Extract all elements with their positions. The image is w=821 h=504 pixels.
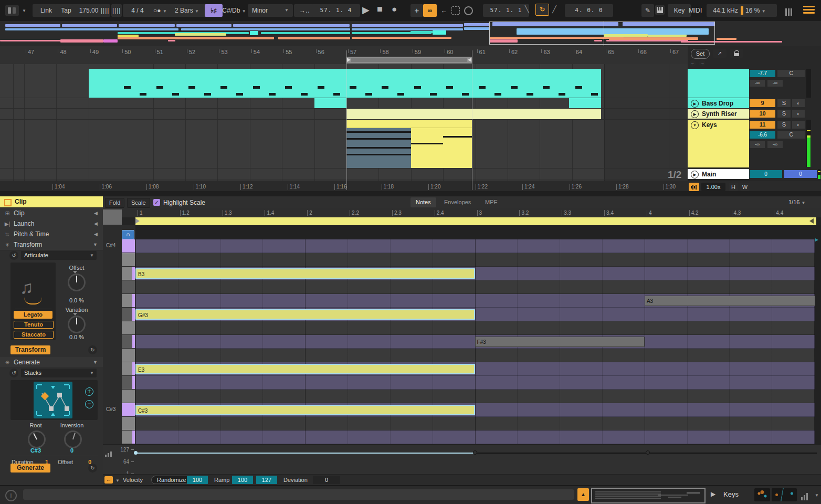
stop-button[interactable]: ■ [377, 4, 383, 15]
arrangement-overview[interactable] [0, 21, 821, 47]
section-clip[interactable]: ⊞Clip◀ [0, 208, 103, 219]
beat-number[interactable]: 1.2 [180, 210, 190, 216]
piano-key-B2[interactable] [122, 430, 135, 444]
clip-view-toggle-button[interactable]: ▲ [577, 488, 589, 501]
marker-prev-button[interactable]: ← [689, 60, 696, 67]
note-row-C3[interactable] [135, 417, 815, 430]
bar-number[interactable]: 67 [670, 49, 679, 53]
session-overdub-button[interactable]: ∞ [423, 4, 437, 17]
midi-note-G#3[interactable]: G#3 [135, 309, 475, 320]
piano-key-A3[interactable] [122, 294, 135, 307]
velocity-start-dot[interactable] [134, 451, 138, 455]
loop-end-handle[interactable] [809, 218, 814, 224]
punch-out-button[interactable]: ╱ [552, 5, 556, 13]
beat-number[interactable]: 1.3 [223, 210, 232, 216]
solo-button[interactable]: S [777, 121, 791, 129]
device-thumbnail[interactable] [754, 488, 770, 501]
section-generate[interactable]: ✳Generate▼ [0, 357, 103, 368]
draw-pencil-button[interactable]: ✎ [641, 4, 654, 17]
preview-play-button[interactable]: ▶ [711, 490, 715, 498]
beat-number[interactable]: 4 [647, 210, 652, 216]
velocity-lane-icon[interactable] [105, 447, 113, 457]
bar-number[interactable]: 64 [574, 49, 582, 53]
window-caret-icon[interactable]: ▼ [22, 8, 26, 13]
solo-button[interactable]: S [777, 110, 791, 118]
piano-key-C4[interactable] [122, 253, 135, 266]
transform-mode-menu[interactable]: Articulate▼ [21, 251, 97, 260]
marker-next-button[interactable]: → [699, 60, 706, 67]
info-icon[interactable]: i [5, 490, 17, 501]
arrangement-clip[interactable] [569, 98, 601, 108]
bar-number[interactable]: 61 [477, 49, 486, 53]
midi-indicator[interactable]: MIDI [689, 7, 702, 14]
randomize-button[interactable]: Randomize [151, 476, 192, 484]
device-thumbnail[interactable] [772, 488, 797, 501]
transform-apply-button[interactable]: Transform [10, 345, 50, 354]
set-button[interactable]: Set [691, 49, 710, 59]
note-grid[interactable]: B3G#3E3C#3F#3A3 [135, 239, 815, 444]
midi-note-B3[interactable]: B3 [135, 268, 475, 279]
generate-reapply-button[interactable]: ↻ [88, 464, 97, 472]
offset-knob[interactable] [68, 274, 86, 291]
bar-number[interactable]: 63 [541, 49, 550, 53]
midi-note-C#3[interactable]: C#3 [135, 405, 475, 415]
lane-caret-icon[interactable]: ▼ [115, 478, 120, 483]
piano-keys-column[interactable] [122, 239, 135, 444]
section-transform[interactable]: ✳Transform▼ [0, 239, 103, 250]
section-launch[interactable]: ▶|Launch◀ [0, 218, 103, 229]
piano-key-C#4[interactable] [122, 239, 135, 253]
grid-value-menu[interactable]: 1/16 ▼ [788, 199, 805, 205]
piano-key-B3[interactable] [122, 267, 135, 280]
pan-field[interactable]: C [777, 131, 805, 139]
punch-in-button[interactable]: ╲ [525, 5, 529, 13]
ramp-from-field[interactable]: 100 [232, 476, 253, 484]
clip-loop-region[interactable] [135, 217, 816, 225]
track-header-keys[interactable]: ▼Keys [688, 120, 749, 168]
loop-start-display[interactable]: 57. 1. 1 [483, 4, 529, 17]
tenuto-button[interactable]: Tenuto [14, 321, 54, 329]
send-a-field[interactable]: -∞ [750, 80, 765, 87]
pan-field[interactable]: C [777, 70, 805, 77]
bar-number[interactable]: 51 [155, 49, 163, 53]
bar-number[interactable]: 49 [90, 49, 99, 53]
bar-number[interactable]: 52 [187, 49, 195, 53]
loop-length-display[interactable]: 4. 0. 0 [565, 4, 613, 17]
height-zoom-button[interactable]: H [729, 183, 738, 191]
track-play-icon[interactable]: ▶ [691, 110, 699, 118]
arrangement-position-display[interactable]: 57. 1. 4 [312, 4, 360, 17]
velocity-lane[interactable]: 127641 [103, 444, 821, 475]
bar-number[interactable]: 47 [26, 49, 34, 53]
midi-note-A3[interactable]: A3 [645, 296, 815, 306]
bar-number[interactable]: 48 [58, 49, 66, 53]
beat-number[interactable]: 1 [138, 210, 143, 216]
note-row-C4[interactable] [135, 253, 815, 267]
new-button[interactable]: + [410, 4, 423, 17]
track-activator-button[interactable]: ◐ [792, 121, 805, 129]
scale-button[interactable]: Scale [127, 198, 150, 208]
note-row-C#4[interactable] [135, 239, 815, 253]
beat-number[interactable]: 2.3 [392, 210, 402, 216]
bar-number[interactable]: 65 [606, 49, 614, 53]
fold-button[interactable]: Fold [105, 198, 124, 208]
arm-input-box[interactable]: 9 [750, 99, 775, 107]
stacks-add-button[interactable]: + [85, 387, 93, 396]
bar-number[interactable]: 53 [219, 49, 227, 53]
bar-number[interactable]: 62 [509, 49, 518, 53]
beat-number[interactable]: 3.4 [604, 210, 614, 216]
velocity-breakpoint[interactable] [646, 450, 650, 455]
piano-key-D3[interactable] [122, 390, 135, 403]
piano-key-F3[interactable] [122, 349, 135, 362]
bar-number[interactable]: 56 [316, 49, 324, 53]
automation-mode-button[interactable] [464, 6, 473, 15]
inversion-value[interactable]: 0 [55, 447, 89, 454]
note-row-A#3[interactable] [135, 280, 815, 294]
stacks-visualizer[interactable] [34, 382, 72, 418]
tab-notes[interactable]: Notes [410, 197, 436, 207]
ramp-to-field[interactable]: 127 [256, 476, 277, 484]
lane-expand-button[interactable]: ← [104, 476, 113, 484]
loop-button[interactable]: ↻ [535, 4, 549, 16]
preview-headphone-button[interactable]: ∩ [122, 230, 134, 239]
arm-input-box[interactable]: 11 [750, 121, 775, 129]
nudge-down-button[interactable]: |||| [100, 4, 110, 17]
piano-key-G#3[interactable] [122, 308, 135, 321]
